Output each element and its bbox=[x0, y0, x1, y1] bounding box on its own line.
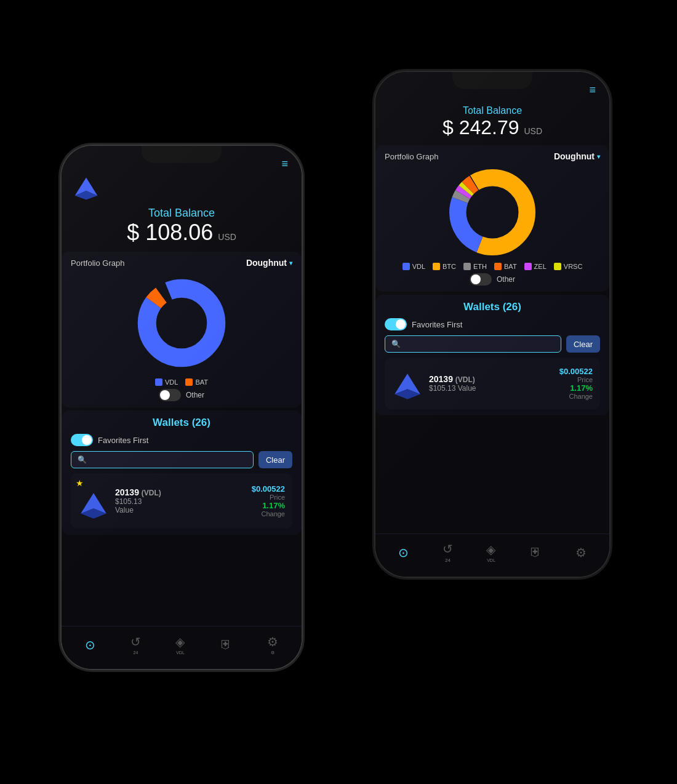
nav-dashboard-icon-back: ⊙ bbox=[398, 545, 409, 560]
legend-vdl-front: VDL bbox=[155, 378, 178, 386]
toggle-switch-back[interactable] bbox=[470, 273, 492, 286]
legend-btc-back: BTC bbox=[433, 263, 456, 270]
wallet-price-col-front: $0.00522 Price 1.17% Change bbox=[252, 484, 285, 518]
wallet-change-label-back: Change bbox=[559, 393, 593, 400]
portfolio-label-front: Portfolio Graph bbox=[71, 258, 124, 268]
wallet-change-back: 1.17% bbox=[559, 383, 593, 393]
phones-container: ≡ Total Balance $ 242.79 USD Portfolio G… bbox=[31, 23, 646, 761]
nav-settings-front[interactable]: ⚙ ⚙ bbox=[267, 634, 278, 655]
nav-refresh-icon-back: ↺ bbox=[443, 542, 453, 556]
clear-button-back[interactable]: Clear bbox=[566, 335, 600, 353]
bottom-nav-front: ⊙ ↺ 24 ◈ VDL ⛨ ⚙ ⚙ bbox=[62, 626, 302, 669]
doughnut-selector-back[interactable]: Doughnut ▾ bbox=[554, 151, 600, 161]
doughnut-arrow-back: ▾ bbox=[597, 153, 600, 160]
clear-button-front[interactable]: Clear bbox=[258, 451, 292, 468]
wallets-section-back: Wallets (26) Favorites First 🔍 Clear bbox=[375, 295, 609, 415]
menu-icon-front[interactable]: ≡ bbox=[281, 158, 289, 170]
nav-dashboard-back[interactable]: ⊙ bbox=[398, 545, 409, 560]
app-logo-front bbox=[74, 176, 98, 201]
other-label-back: Other bbox=[497, 275, 515, 284]
wallet-item-front[interactable]: ★ 20139 (VDL) $105.13 Value bbox=[71, 473, 292, 529]
legend-zel-back: ZEL bbox=[524, 263, 547, 270]
balance-title-front: Total Balance bbox=[62, 207, 302, 220]
toggle-knob-back bbox=[471, 274, 481, 284]
wallet-amount-back: 20139 (VDL) bbox=[429, 374, 553, 384]
nav-vdl-icon-back: ◈ bbox=[486, 542, 495, 557]
nav-vdl-back[interactable]: ◈ VDL bbox=[486, 542, 495, 562]
favorites-toggle-front[interactable] bbox=[71, 434, 93, 446]
search-icon-front: 🔍 bbox=[78, 455, 87, 464]
search-input-front[interactable]: 🔍 bbox=[71, 451, 254, 468]
legend-eth-back: ETH bbox=[463, 263, 487, 270]
search-row-front: 🔍 Clear bbox=[71, 451, 292, 468]
balance-section-back: Total Balance $ 242.79 USD bbox=[375, 99, 609, 142]
wallet-item-back[interactable]: 20139 (VDL) $105.13 Value $0.00522 Price… bbox=[385, 358, 600, 409]
favorites-label-back: Favorites First bbox=[412, 320, 462, 329]
wallet-change-front: 1.17% bbox=[252, 501, 285, 510]
nav-refresh-back[interactable]: ↺ 24 bbox=[443, 542, 453, 563]
nav-refresh-icon-front: ↺ bbox=[130, 634, 141, 649]
portfolio-section-back: Portfolio Graph Doughnut ▾ bbox=[375, 145, 609, 292]
legend-dot-zel-back bbox=[524, 263, 532, 270]
bottom-nav-back: ⊙ ↺ 24 ◈ VDL ⛨ ⚙ bbox=[375, 534, 609, 577]
nav-settings-back[interactable]: ⚙ bbox=[575, 545, 587, 560]
legend-label-btc-back: BTC bbox=[443, 263, 456, 270]
legend-label-bat-front: BAT bbox=[195, 378, 208, 386]
legend-label-bat-back: BAT bbox=[504, 263, 517, 270]
legend-label-vdl-back: VDL bbox=[412, 263, 425, 270]
portfolio-header-front: Portfolio Graph Doughnut ▾ bbox=[71, 258, 292, 268]
donut-chart-back bbox=[385, 164, 600, 260]
search-icon-back: 🔍 bbox=[391, 340, 401, 348]
favorites-toggle-back[interactable] bbox=[385, 318, 407, 330]
wallet-value-front: $105.13 Value bbox=[115, 497, 246, 514]
notch-back bbox=[452, 72, 532, 89]
wallet-info-back: 20139 (VDL) $105.13 Value bbox=[429, 374, 553, 393]
toggle-knob-front bbox=[160, 390, 170, 400]
donut-chart-front bbox=[71, 271, 292, 375]
nav-settings-icon-front: ⚙ bbox=[267, 634, 278, 649]
search-row-back: 🔍 Clear bbox=[385, 335, 600, 353]
nav-shield-back[interactable]: ⛨ bbox=[529, 545, 542, 559]
legend-bat-front: BAT bbox=[185, 378, 208, 386]
wallets-title-back: Wallets (26) bbox=[385, 301, 600, 313]
legend-label-vdl-front: VDL bbox=[165, 378, 178, 386]
doughnut-arrow-front: ▾ bbox=[289, 260, 292, 266]
toggle-switch-front[interactable] bbox=[159, 389, 181, 401]
legend-dot-bat-front bbox=[185, 378, 193, 386]
wallet-price-back: $0.00522 bbox=[559, 367, 593, 376]
favorites-row-front: Favorites First bbox=[71, 434, 292, 446]
balance-title-back: Total Balance bbox=[375, 105, 609, 116]
donut-svg-back bbox=[446, 166, 539, 258]
favorites-knob-front bbox=[82, 435, 92, 445]
legend-label-vrsc-back: VRSC bbox=[564, 263, 583, 270]
nav-dashboard-front[interactable]: ⊙ bbox=[85, 638, 95, 652]
vdl-logo-front bbox=[78, 490, 109, 521]
nav-shield-front[interactable]: ⛨ bbox=[220, 638, 232, 652]
wallet-value-back: $105.13 Value bbox=[429, 384, 553, 393]
legend-label-zel-back: ZEL bbox=[534, 263, 547, 270]
star-icon-front[interactable]: ★ bbox=[76, 478, 84, 488]
balance-value-back: $ 242.79 bbox=[443, 116, 519, 139]
nav-vdl-icon-front: ◈ bbox=[175, 634, 185, 649]
legend-front: VDL BAT bbox=[71, 378, 292, 386]
other-label-front: Other bbox=[186, 391, 204, 399]
nav-shield-icon-back: ⛨ bbox=[529, 545, 542, 559]
search-input-back[interactable]: 🔍 bbox=[385, 335, 561, 353]
doughnut-selector-front[interactable]: Doughnut ▾ bbox=[246, 258, 292, 268]
legend-dot-vdl-front bbox=[155, 378, 162, 386]
wallet-change-label-front: Change bbox=[252, 510, 285, 518]
notch-front bbox=[142, 146, 222, 163]
menu-icon-back[interactable]: ≡ bbox=[589, 84, 597, 97]
other-toggle-back: Other bbox=[385, 273, 600, 286]
favorites-knob-back bbox=[396, 319, 406, 329]
logo-area-front bbox=[62, 173, 302, 201]
wallet-info-front: 20139 (VDL) $105.13 Value bbox=[115, 487, 246, 514]
balance-section-front: Total Balance $ 108.06 USD bbox=[62, 201, 302, 249]
nav-vdl-front[interactable]: ◈ VDL bbox=[175, 634, 185, 655]
nav-refresh-front[interactable]: ↺ 24 bbox=[130, 634, 141, 655]
portfolio-label-back: Portfolio Graph bbox=[385, 152, 438, 161]
vdl-logo-back bbox=[392, 371, 423, 402]
wallets-section-front: Wallets (26) Favorites First 🔍 Clear ★ bbox=[62, 410, 302, 535]
wallet-price-label-back: Price bbox=[559, 376, 593, 383]
legend-back: VDL BTC ETH BAT bbox=[385, 263, 600, 270]
